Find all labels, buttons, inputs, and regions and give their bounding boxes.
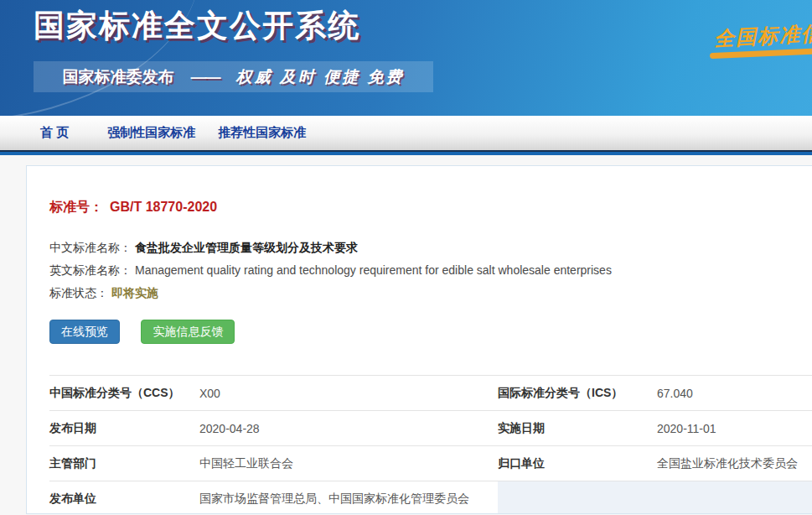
table-row: 中国标准分类号（CCS） X00 国际标准分类号（ICS） 67.040: [49, 376, 812, 411]
standard-number-line: 标准号：GB/T 18770-2020: [49, 166, 812, 216]
meta-label-ccs: 中国标准分类号（CCS）: [49, 376, 199, 411]
implementation-feedback-button[interactable]: 实施信息反馈: [141, 320, 235, 344]
table-row: 发布单位 国家市场监督管理总局、中国国家标准化管理委员会: [49, 481, 812, 515]
partner-site-link[interactable]: 全国标准信: [713, 20, 812, 53]
meta-value-ics: 67.040: [657, 376, 812, 411]
field-chinese-name-label: 中文标准名称：: [49, 241, 132, 254]
table-row: 主管部门 中国轻工业联合会 归口单位 全国盐业标准化技术委员会: [49, 446, 812, 481]
meta-label-implement-date: 实施日期: [498, 411, 657, 446]
meta-value-implement-date: 2020-11-01: [657, 411, 812, 446]
meta-label-competent-department: 主管部门: [49, 446, 199, 481]
nav-item-mandatory-standards[interactable]: 强制性国家标准: [107, 125, 195, 141]
page-root: 国家标准全文公开系统 国家标准委发布 —— 权威 及时 便捷 免费 全国标准信 …: [0, 0, 812, 514]
slogan-words: 权威 及时 便捷 免费: [236, 66, 405, 88]
nav-item-home[interactable]: 首 页: [40, 125, 69, 141]
online-preview-button[interactable]: 在线预览: [49, 320, 120, 344]
main-nav: 首 页 强制性国家标准 推荐性国家标准: [0, 116, 812, 150]
field-standard-status-label: 标准状态：: [49, 286, 108, 299]
nav-item-recommended-standards[interactable]: 推荐性国家标准: [218, 125, 306, 141]
field-standard-status: 标准状态：即将实施: [49, 286, 812, 300]
site-title: 国家标准全文公开系统: [34, 5, 360, 47]
meta-label-empty: [498, 481, 657, 515]
action-buttons: 在线预览 实施信息反馈: [49, 320, 812, 344]
table-row: 发布日期 2020-04-28 实施日期 2020-11-01: [49, 411, 812, 446]
meta-label-publish-unit: 发布单位: [49, 481, 199, 515]
content-area: 标准号：GB/T 18770-2020 中文标准名称：食盐批发企业管理质量等级划…: [0, 155, 812, 514]
status-badge: 即将实施: [111, 286, 158, 299]
meta-label-centralized-unit: 归口单位: [498, 446, 657, 481]
standard-number-label: 标准号：: [49, 200, 103, 214]
meta-label-publish-date: 发布日期: [49, 411, 199, 446]
standard-number-value: GB/T 18770-2020: [110, 200, 217, 214]
meta-value-competent-department: 中国轻工业联合会: [199, 446, 498, 481]
standard-fields: 中文标准名称：食盐批发企业管理质量等级划分及技术要求 英文标准名称：Manage…: [49, 241, 812, 300]
field-english-name: 英文标准名称：Management quality rating and tec…: [49, 263, 812, 278]
header-swoosh-decoration: [380, 0, 812, 116]
field-chinese-name-value: 食盐批发企业管理质量等级划分及技术要求: [135, 241, 358, 254]
slogan-dash: ——: [191, 68, 220, 86]
meta-value-publish-unit: 国家市场监督管理总局、中国国家标准化管理委员会: [199, 481, 498, 515]
meta-label-ics: 国际标准分类号（ICS）: [498, 376, 657, 411]
field-english-name-value: Management quality rating and technology…: [135, 263, 612, 277]
site-header: 国家标准全文公开系统 国家标准委发布 —— 权威 及时 便捷 免费 全国标准信: [0, 0, 812, 116]
field-chinese-name: 中文标准名称：食盐批发企业管理质量等级划分及技术要求: [49, 241, 812, 255]
meta-value-publish-date: 2020-04-28: [199, 411, 498, 446]
standard-meta-table: 中国标准分类号（CCS） X00 国际标准分类号（ICS） 67.040 发布日…: [49, 375, 812, 514]
field-english-name-label: 英文标准名称：: [49, 263, 132, 277]
meta-value-empty: [657, 481, 812, 515]
slogan-publisher: 国家标准委发布: [63, 66, 174, 88]
header-swoosh-decoration: [281, 0, 812, 116]
meta-value-centralized-unit: 全国盐业标准化技术委员会: [657, 446, 812, 481]
standard-detail-card: 标准号：GB/T 18770-2020 中文标准名称：食盐批发企业管理质量等级划…: [26, 165, 812, 514]
meta-value-ccs: X00: [199, 376, 498, 411]
header-slogan-band: 国家标准委发布 —— 权威 及时 便捷 免费: [34, 61, 433, 92]
